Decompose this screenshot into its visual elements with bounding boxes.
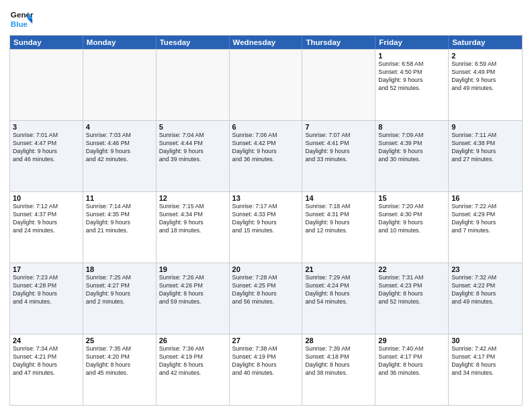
day-number: 3: [13, 123, 80, 131]
day-number: 20: [232, 265, 300, 273]
day-info: Sunrise: 7:17 AM Sunset: 4:33 PM Dayligh…: [232, 203, 300, 235]
day-info: Sunrise: 7:18 AM Sunset: 4:31 PM Dayligh…: [305, 203, 372, 235]
day-info: Sunrise: 6:58 AM Sunset: 4:50 PM Dayligh…: [378, 60, 445, 93]
cal-cell-day-30: 30Sunrise: 7:42 AM Sunset: 4:17 PM Dayli…: [449, 334, 522, 405]
day-number: 17: [13, 265, 80, 273]
day-info: Sunrise: 7:22 AM Sunset: 4:29 PM Dayligh…: [451, 203, 519, 235]
day-info: Sunrise: 7:31 AM Sunset: 4:23 PM Dayligh…: [378, 274, 445, 306]
cal-cell-day-8: 8Sunrise: 7:09 AM Sunset: 4:39 PM Daylig…: [375, 121, 449, 191]
cal-cell-day-10: 10Sunrise: 7:12 AM Sunset: 4:37 PM Dayli…: [10, 192, 83, 263]
cal-cell-day-14: 14Sunrise: 7:18 AM Sunset: 4:31 PM Dayli…: [302, 192, 375, 263]
header-day-sunday: Sunday: [10, 36, 83, 49]
day-number: 23: [451, 265, 519, 273]
day-number: 19: [159, 265, 226, 273]
day-info: Sunrise: 7:29 AM Sunset: 4:24 PM Dayligh…: [305, 274, 372, 306]
header-day-saturday: Saturday: [449, 36, 522, 49]
cal-cell-day-26: 26Sunrise: 7:36 AM Sunset: 4:19 PM Dayli…: [157, 334, 230, 405]
day-number: 8: [378, 123, 445, 131]
cal-cell-day-16: 16Sunrise: 7:22 AM Sunset: 4:29 PM Dayli…: [449, 192, 522, 263]
cal-cell-day-6: 6Sunrise: 7:06 AM Sunset: 4:42 PM Daylig…: [230, 121, 303, 191]
cal-cell-day-4: 4Sunrise: 7:03 AM Sunset: 4:46 PM Daylig…: [83, 121, 157, 191]
cal-cell-empty: [83, 50, 157, 120]
day-info: Sunrise: 7:23 AM Sunset: 4:28 PM Dayligh…: [13, 274, 80, 306]
cal-cell-day-1: 1Sunrise: 6:58 AM Sunset: 4:50 PM Daylig…: [375, 50, 449, 120]
day-number: 27: [232, 336, 300, 345]
day-number: 24: [13, 336, 80, 345]
svg-text:Blue: Blue: [11, 19, 28, 28]
cal-cell-empty: [230, 50, 303, 120]
day-number: 30: [451, 336, 519, 345]
day-number: 5: [159, 123, 226, 131]
cal-cell-day-22: 22Sunrise: 7:31 AM Sunset: 4:23 PM Dayli…: [375, 263, 449, 334]
day-info: Sunrise: 7:35 AM Sunset: 4:20 PM Dayligh…: [86, 345, 153, 377]
day-info: Sunrise: 7:36 AM Sunset: 4:19 PM Dayligh…: [159, 345, 226, 377]
day-number: 11: [86, 194, 153, 202]
header-day-wednesday: Wednesday: [230, 36, 303, 49]
day-info: Sunrise: 7:25 AM Sunset: 4:27 PM Dayligh…: [86, 274, 153, 306]
svg-marker-3: [28, 19, 32, 24]
day-info: Sunrise: 6:59 AM Sunset: 4:49 PM Dayligh…: [451, 60, 519, 93]
day-info: Sunrise: 7:03 AM Sunset: 4:46 PM Dayligh…: [86, 132, 153, 164]
day-number: 6: [232, 123, 300, 131]
cal-cell-day-24: 24Sunrise: 7:34 AM Sunset: 4:21 PM Dayli…: [10, 334, 83, 405]
cal-row-1: 3Sunrise: 7:01 AM Sunset: 4:47 PM Daylig…: [10, 120, 522, 191]
day-number: 22: [378, 265, 445, 273]
day-info: Sunrise: 7:07 AM Sunset: 4:41 PM Dayligh…: [305, 132, 372, 164]
cal-row-0: 1Sunrise: 6:58 AM Sunset: 4:50 PM Daylig…: [10, 49, 522, 120]
header-day-tuesday: Tuesday: [157, 36, 230, 49]
cal-cell-day-2: 2Sunrise: 6:59 AM Sunset: 4:49 PM Daylig…: [449, 50, 522, 120]
cal-cell-day-19: 19Sunrise: 7:26 AM Sunset: 4:26 PM Dayli…: [157, 263, 230, 334]
cal-cell-day-25: 25Sunrise: 7:35 AM Sunset: 4:20 PM Dayli…: [83, 334, 157, 405]
day-info: Sunrise: 7:28 AM Sunset: 4:25 PM Dayligh…: [232, 274, 300, 306]
calendar: SundayMondayTuesdayWednesdayThursdayFrid…: [9, 35, 523, 406]
cal-cell-day-23: 23Sunrise: 7:32 AM Sunset: 4:22 PM Dayli…: [449, 263, 522, 334]
header-day-monday: Monday: [83, 36, 157, 49]
cal-cell-day-17: 17Sunrise: 7:23 AM Sunset: 4:28 PM Dayli…: [10, 263, 83, 334]
day-number: 4: [86, 123, 153, 131]
day-info: Sunrise: 7:42 AM Sunset: 4:17 PM Dayligh…: [451, 345, 519, 377]
cal-cell-day-7: 7Sunrise: 7:07 AM Sunset: 4:41 PM Daylig…: [302, 121, 375, 191]
day-info: Sunrise: 7:06 AM Sunset: 4:42 PM Dayligh…: [232, 132, 300, 164]
day-info: Sunrise: 7:32 AM Sunset: 4:22 PM Dayligh…: [451, 274, 519, 306]
cal-cell-day-13: 13Sunrise: 7:17 AM Sunset: 4:33 PM Dayli…: [230, 192, 303, 263]
day-number: 26: [159, 336, 226, 345]
cal-cell-empty: [302, 50, 375, 120]
day-info: Sunrise: 7:14 AM Sunset: 4:35 PM Dayligh…: [86, 203, 153, 235]
cal-cell-day-3: 3Sunrise: 7:01 AM Sunset: 4:47 PM Daylig…: [10, 121, 83, 191]
day-number: 25: [86, 336, 153, 345]
day-info: Sunrise: 7:38 AM Sunset: 4:19 PM Dayligh…: [232, 345, 300, 377]
cal-row-4: 24Sunrise: 7:34 AM Sunset: 4:21 PM Dayli…: [10, 334, 522, 405]
day-info: Sunrise: 7:04 AM Sunset: 4:44 PM Dayligh…: [159, 132, 226, 164]
cal-cell-day-21: 21Sunrise: 7:29 AM Sunset: 4:24 PM Dayli…: [302, 263, 375, 334]
day-number: 18: [86, 265, 153, 273]
day-number: 15: [378, 194, 445, 202]
cal-cell-day-11: 11Sunrise: 7:14 AM Sunset: 4:35 PM Dayli…: [83, 192, 157, 263]
cal-cell-day-5: 5Sunrise: 7:04 AM Sunset: 4:44 PM Daylig…: [157, 121, 230, 191]
day-info: Sunrise: 7:40 AM Sunset: 4:17 PM Dayligh…: [378, 345, 445, 377]
cal-cell-day-18: 18Sunrise: 7:25 AM Sunset: 4:27 PM Dayli…: [83, 263, 157, 334]
day-number: 10: [13, 194, 80, 202]
cal-cell-day-27: 27Sunrise: 7:38 AM Sunset: 4:19 PM Dayli…: [230, 334, 303, 405]
header: General Blue: [9, 7, 523, 31]
day-number: 7: [305, 123, 372, 131]
day-info: Sunrise: 7:26 AM Sunset: 4:26 PM Dayligh…: [159, 274, 226, 306]
logo-icon: General Blue: [9, 7, 34, 31]
day-number: 12: [159, 194, 226, 202]
cal-row-2: 10Sunrise: 7:12 AM Sunset: 4:37 PM Dayli…: [10, 191, 522, 263]
day-info: Sunrise: 7:09 AM Sunset: 4:39 PM Dayligh…: [378, 132, 445, 164]
header-day-friday: Friday: [375, 36, 449, 49]
cal-cell-day-20: 20Sunrise: 7:28 AM Sunset: 4:25 PM Dayli…: [230, 263, 303, 334]
day-number: 13: [232, 194, 300, 202]
day-info: Sunrise: 7:11 AM Sunset: 4:38 PM Dayligh…: [451, 132, 519, 164]
cal-cell-empty: [157, 50, 230, 120]
day-number: 9: [451, 123, 519, 131]
day-info: Sunrise: 7:01 AM Sunset: 4:47 PM Dayligh…: [13, 132, 80, 164]
day-info: Sunrise: 7:15 AM Sunset: 4:34 PM Dayligh…: [159, 203, 226, 235]
cal-cell-day-15: 15Sunrise: 7:20 AM Sunset: 4:30 PM Dayli…: [375, 192, 449, 263]
day-number: 2: [451, 52, 519, 60]
cal-cell-empty: [10, 50, 83, 120]
page: General Blue SundayMondayTuesdayWednesda…: [0, 0, 532, 411]
day-number: 16: [451, 194, 519, 202]
cal-cell-day-9: 9Sunrise: 7:11 AM Sunset: 4:38 PM Daylig…: [449, 121, 522, 191]
day-info: Sunrise: 7:39 AM Sunset: 4:18 PM Dayligh…: [305, 345, 372, 377]
